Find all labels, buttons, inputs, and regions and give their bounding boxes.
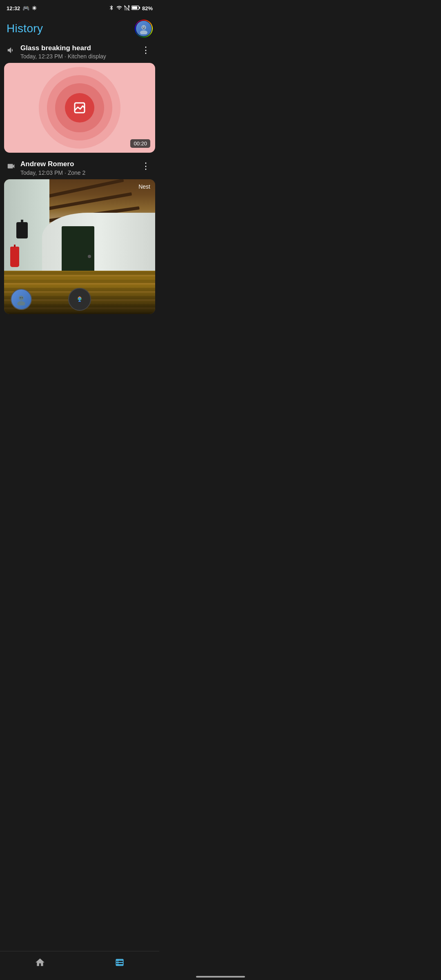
event-sound-header-left: Glass breaking heard Today, 12:23 PM · K…	[7, 44, 106, 60]
time-display: 12:32	[7, 5, 20, 11]
page-title: History	[7, 22, 43, 35]
ripple-animation	[39, 67, 120, 149]
event-sound-header: Glass breaking heard Today, 12:23 PM · K…	[4, 42, 155, 63]
svg-rect-2	[132, 6, 137, 9]
svg-point-11	[22, 297, 22, 298]
event-sound-item: Glass breaking heard Today, 12:23 PM · K…	[0, 42, 159, 153]
event-camera-more-button[interactable]: ⋮	[139, 160, 153, 172]
avatar	[136, 21, 151, 36]
user-avatar-container[interactable]	[135, 20, 153, 38]
status-right: 82%	[109, 5, 153, 12]
camera-user-avatar	[11, 289, 32, 310]
event-sound-info: Glass breaking heard Today, 12:23 PM · K…	[20, 44, 106, 60]
battery-percentage: 82%	[142, 5, 153, 11]
event-sound-more-button[interactable]: ⋮	[139, 44, 153, 56]
duration-badge: 00:20	[130, 139, 150, 148]
svg-point-10	[20, 297, 21, 298]
svg-point-8	[19, 296, 24, 301]
camera-scene: Nest	[4, 179, 155, 314]
nest-badge: Nest	[138, 183, 150, 190]
battery-icon	[131, 5, 140, 12]
signal-icon	[124, 5, 130, 12]
event-sound-subtitle: Today, 12:23 PM · Kitchen display	[20, 53, 106, 60]
mic-button[interactable]	[68, 288, 91, 311]
svg-point-9	[17, 301, 25, 305]
camera-bottom-overlay	[4, 285, 155, 314]
camera-event-icon	[7, 162, 16, 173]
event-camera-subtitle: Today, 12:03 PM · Zone 2	[20, 169, 85, 176]
svg-point-6	[144, 27, 145, 27]
svg-point-3	[141, 25, 146, 30]
event-camera-title: Andrew Romero	[20, 160, 85, 168]
event-camera-header: Andrew Romero Today, 12:03 PM · Zone 2 ⋮	[4, 158, 155, 179]
game-icon: 🎮	[22, 5, 29, 11]
svg-point-4	[140, 30, 147, 34]
bluetooth-icon	[109, 5, 114, 12]
event-camera-header-left: Andrew Romero Today, 12:03 PM · Zone 2	[7, 160, 85, 176]
app-header: History	[0, 15, 159, 42]
app-icon: ✳	[32, 5, 37, 11]
svg-point-5	[143, 27, 143, 27]
wifi-icon	[116, 5, 122, 12]
wall-lamp	[16, 222, 28, 238]
sound-event-icon	[7, 46, 16, 57]
camera-thumbnail[interactable]: Nest	[4, 179, 155, 314]
sound-thumbnail[interactable]: 00:20	[4, 63, 155, 153]
event-sound-title: Glass breaking heard	[20, 44, 106, 52]
status-left: 12:32 🎮 ✳	[7, 5, 37, 11]
svg-rect-1	[139, 7, 140, 9]
status-bar: 12:32 🎮 ✳ 82%	[0, 0, 159, 15]
back-wall	[42, 213, 156, 274]
fire-extinguisher	[10, 247, 19, 267]
event-camera-info: Andrew Romero Today, 12:03 PM · Zone 2	[20, 160, 85, 176]
sound-alert-icon	[65, 93, 94, 122]
event-camera-item: Andrew Romero Today, 12:03 PM · Zone 2 ⋮	[0, 158, 159, 314]
